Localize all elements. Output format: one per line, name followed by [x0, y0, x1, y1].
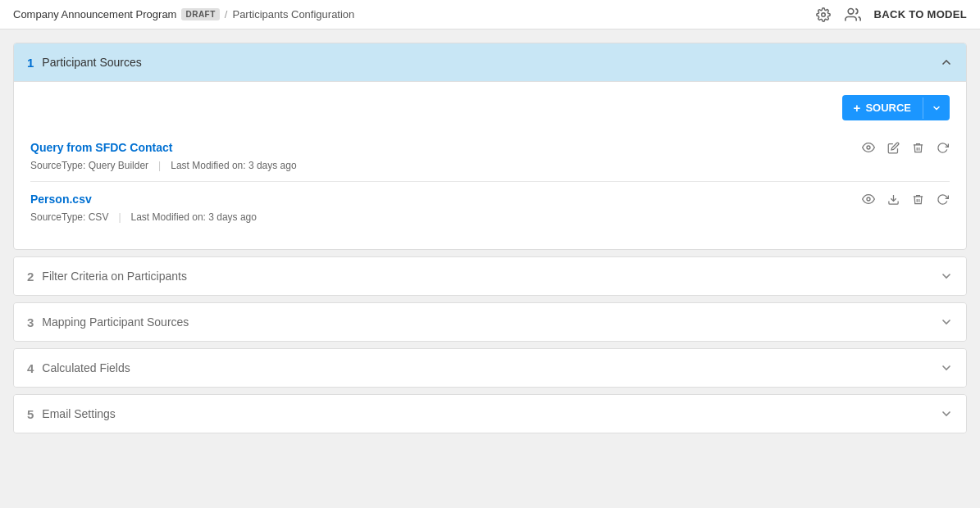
source-1-delete-icon[interactable]: [910, 140, 925, 155]
svg-point-1: [848, 8, 854, 14]
source-item-2: Person.csv: [30, 182, 950, 233]
source-btn-dropdown[interactable]: [923, 98, 950, 119]
settings-icon[interactable]: [815, 7, 832, 23]
section-4-title: Calculated Fields: [42, 361, 130, 374]
section-4-number: 4: [27, 361, 34, 375]
source-2-modified: Last Modified on: 3 days ago: [131, 211, 257, 223]
source-2-type: SourceType: CSV: [30, 211, 108, 223]
section-3-panel: 3 Mapping Participant Sources: [13, 302, 967, 342]
section-4-chevron-down-icon: [940, 361, 953, 374]
section-3-chevron-down-icon: [940, 315, 953, 329]
section-1-panel: 1 Participant Sources + SOURCE: [13, 43, 967, 250]
source-2-download-icon[interactable]: [886, 192, 900, 206]
section-4-panel: 4 Calculated Fields: [13, 348, 967, 388]
section-2-panel: 2 Filter Criteria on Participants: [13, 256, 967, 296]
back-to-model-link[interactable]: BACK TO MODEL: [874, 8, 967, 20]
users-icon[interactable]: [845, 7, 861, 23]
source-1-modified: Last Modified on: 3 days ago: [171, 160, 296, 171]
breadcrumb-page: Participants Configuration: [232, 8, 354, 20]
section-1-number: 1: [27, 56, 34, 70]
plus-icon: +: [854, 101, 861, 115]
source-1-actions: [861, 140, 950, 155]
section-5-chevron-down-icon: [940, 407, 953, 420]
section-1-title: Participant Sources: [42, 56, 141, 69]
source-1-refresh-icon[interactable]: [935, 140, 950, 155]
section-5-panel: 5 Email Settings: [13, 394, 967, 433]
source-1-type: SourceType: Query Builder: [30, 160, 148, 171]
section-1-header[interactable]: 1 Participant Sources: [14, 43, 966, 81]
app-name: Company Announcement Program: [13, 8, 176, 20]
source-btn-row: + SOURCE: [30, 95, 950, 120]
section-5-number: 5: [27, 407, 34, 421]
source-1-name[interactable]: Query from SFDC Contact: [30, 141, 172, 154]
svg-point-2: [867, 146, 870, 149]
section-1-chevron-up-icon: [940, 56, 953, 69]
source-btn-label: SOURCE: [865, 102, 911, 114]
source-2-refresh-icon[interactable]: [935, 192, 950, 206]
section-2-header[interactable]: 2 Filter Criteria on Participants: [14, 257, 966, 295]
section-2-title: Filter Criteria on Participants: [42, 270, 187, 283]
section-2-number: 2: [27, 270, 34, 283]
main-content: 1 Participant Sources + SOURCE: [0, 29, 980, 447]
source-2-preview-icon[interactable]: [861, 192, 876, 206]
section-2-chevron-down-icon: [940, 270, 953, 283]
draft-badge: DRAFT: [181, 8, 219, 20]
source-2-delete-icon[interactable]: [910, 192, 925, 206]
breadcrumb: Company Announcement Program DRAFT / Par…: [13, 8, 354, 20]
source-1-meta: SourceType: Query Builder | Last Modifie…: [30, 160, 950, 171]
header: Company Announcement Program DRAFT / Par…: [0, 0, 980, 29]
section-5-header[interactable]: 5 Email Settings: [14, 395, 966, 433]
header-actions: BACK TO MODEL: [815, 7, 967, 23]
source-item-1: Query from SFDC Contact: [30, 130, 950, 182]
source-2-name[interactable]: Person.csv: [30, 193, 92, 206]
section-3-header[interactable]: 3 Mapping Participant Sources: [14, 303, 966, 341]
add-source-button[interactable]: + SOURCE: [842, 95, 950, 120]
section-1-body: + SOURCE Query from SFDC Contact: [14, 81, 966, 249]
source-1-edit-icon[interactable]: [886, 140, 900, 155]
svg-point-3: [867, 197, 870, 201]
section-4-header[interactable]: 4 Calculated Fields: [14, 349, 966, 387]
source-1-preview-icon[interactable]: [861, 140, 876, 155]
source-2-meta: SourceType: CSV | Last Modified on: 3 da…: [30, 211, 950, 223]
section-5-title: Email Settings: [42, 407, 115, 420]
section-3-number: 3: [27, 315, 34, 329]
source-2-actions: [861, 192, 950, 206]
breadcrumb-separator: /: [225, 8, 228, 20]
svg-point-0: [821, 12, 825, 16]
section-3-title: Mapping Participant Sources: [42, 315, 189, 329]
